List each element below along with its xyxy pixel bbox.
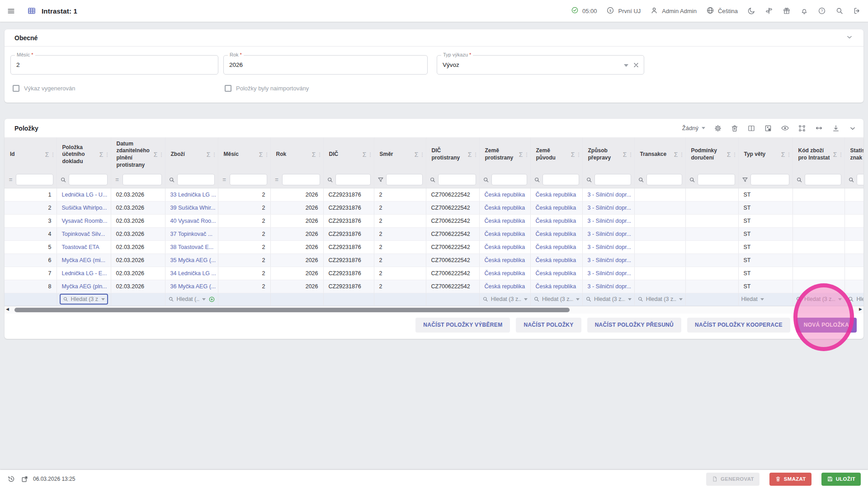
cell[interactable]: Lednička LG - U... [57,188,111,201]
sum-icon[interactable]: Σ [571,150,575,159]
logout-icon[interactable] [853,7,861,15]
filter-input[interactable] [805,174,841,185]
mesic-field[interactable]: Měsíc* 2 [10,55,218,75]
cell[interactable]: Česká republika [479,240,530,253]
filter-input[interactable] [698,174,735,185]
cell[interactable]: Česká republika [530,201,582,214]
column-header[interactable]: Země protistranyΣ⋮ [479,137,530,172]
action-button[interactable]: NOVÁ POLOŽKA [796,318,857,333]
action-button[interactable]: NAČÍST POLOŽKY KOOPERACE [687,318,790,333]
column-header[interactable]: Typ větyΣ⋮ [738,137,793,172]
checkbox-vykaz-vygenerovan[interactable]: Výkaz vygenerován [13,85,225,92]
search-combo[interactable]: Hledat (3 z... [482,296,528,302]
column-header[interactable]: RokΣ⋮ [270,137,323,172]
cell[interactable]: 38 Toastovač E... [165,240,218,253]
sum-icon[interactable]: Σ [45,150,49,159]
drag-handle-icon[interactable]: ⋮ [368,151,373,158]
table-row[interactable]: 5Toastovač ETA02.03.202638 Toastovač E..… [5,240,863,253]
chevron-down-icon[interactable] [845,33,854,43]
column-header[interactable]: Země původuΣ⋮ [530,137,582,172]
drag-handle-icon[interactable]: ⋮ [420,151,425,158]
sum-icon[interactable]: Σ [519,150,523,159]
drag-handle-icon[interactable]: ⋮ [473,151,478,158]
menu-icon[interactable] [7,7,15,15]
table-row[interactable]: 1Lednička LG - U...02.03.202633 Lednička… [5,188,863,201]
rok-value[interactable]: 2026 [229,61,422,68]
drag-handle-icon[interactable]: ⋮ [524,151,529,158]
sum-icon[interactable]: Σ [259,150,263,159]
visibility-eye-icon[interactable] [781,124,789,132]
column-header[interactable]: TransakceΣ⋮ [634,137,685,172]
drag-handle-icon[interactable]: ⋮ [839,151,844,158]
drag-handle-icon[interactable]: ⋮ [628,151,633,158]
table-row[interactable]: 7Lednička LG - E...02.03.202634 Lednička… [5,267,863,280]
language-selector[interactable]: Čeština [706,6,738,16]
cell[interactable]: 34 Lednička LG ... [165,267,218,280]
cell[interactable]: Česká republika [479,214,530,227]
filter-input[interactable] [230,174,267,185]
cell[interactable]: Lednička LG - E... [57,267,111,280]
checkbox-icon[interactable] [225,85,231,92]
cell[interactable]: Česká republika [530,227,582,240]
settings-gear-icon[interactable] [714,124,722,132]
sum-icon[interactable]: Σ [154,150,158,159]
signpost-icon[interactable] [765,7,773,15]
search-combo[interactable]: Hledat [741,296,790,302]
cell[interactable]: Česká republika [530,240,582,253]
cell[interactable]: Česká republika [530,280,582,293]
filter-input[interactable] [594,174,631,185]
cell[interactable]: 37 Topinkovač ... [165,227,218,240]
cell[interactable]: Česká republika [530,214,582,227]
sum-icon[interactable]: Σ [833,150,837,159]
scroll-left-icon[interactable]: ◀ [6,307,9,311]
cell[interactable]: Česká republika [479,201,530,214]
drag-handle-icon[interactable]: ⋮ [732,151,737,158]
sum-icon[interactable]: Σ [781,150,785,159]
column-header[interactable]: SměrΣ⋮ [374,137,426,172]
action-button[interactable]: NAČÍST POLOŽKY PŘESUNŮ [587,318,681,333]
funnel-filter-icon[interactable] [377,177,384,183]
cell[interactable]: 40 Vysavač Roo... [165,214,218,227]
cell[interactable]: 3 - Silniční dopr... [582,240,634,253]
column-header[interactable]: Podmínky doručeníΣ⋮ [685,137,738,172]
search-combo[interactable]: Hled... [848,296,864,302]
column-header[interactable]: Kód zboží pro IntrastatΣ⋮ [793,137,844,172]
column-header[interactable]: Datum zdanitelného plnění protistranyΣ⋮ [111,137,165,172]
history-icon[interactable] [7,475,15,483]
action-button[interactable]: NAČÍST POLOŽKY VÝBĚREM [415,318,510,333]
sum-icon[interactable]: Σ [312,150,316,159]
cell[interactable]: Česká republika [479,188,530,201]
ulozit-button[interactable]: ULOŽIT [821,473,861,486]
scrollbar-thumb[interactable] [14,308,570,312]
restore-trash-icon[interactable] [731,124,739,132]
mesic-value[interactable]: 2 [16,61,212,68]
cell[interactable]: 33 Lednička LG ... [165,188,218,201]
scroll-right-icon[interactable]: ▶ [859,307,862,311]
funnel-filter-icon[interactable] [742,177,748,183]
collapse-chevron-icon[interactable] [849,124,857,132]
column-header[interactable]: MěsícΣ⋮ [218,137,270,172]
filter-input[interactable] [16,174,53,185]
rok-field[interactable]: Rok* 2026 [223,55,428,75]
search-combo[interactable]: Hledat (3 z... [533,296,580,302]
cell[interactable]: 36 Myčka AEG (... [165,280,218,293]
dark-mode-icon[interactable] [747,7,755,15]
sum-icon[interactable]: Σ [99,150,104,159]
cell[interactable]: 3 - Silniční dopr... [582,280,634,293]
checkbox-polozky-naimportovany[interactable]: Položky byly naimportovány [225,85,309,92]
filter-input[interactable] [123,174,162,185]
obecne-header[interactable]: Obecné [5,29,863,47]
table-row[interactable]: 2Sušička Whirlpo...02.03.202639 Sušička … [5,201,863,214]
sum-icon[interactable]: Σ [363,150,367,159]
filter-input[interactable] [282,174,320,185]
generovat-button[interactable]: GENEROVAT [706,473,760,486]
download-icon[interactable] [832,124,840,132]
cell[interactable]: Česká republika [479,227,530,240]
search-combo[interactable]: Hledat (3 z... [796,296,842,302]
cell[interactable]: Myčka AEG (mi... [57,253,111,267]
cell[interactable]: 39 Sušička Whir... [165,201,218,214]
cell[interactable]: Vysavač Roomb... [57,214,111,227]
drag-handle-icon[interactable]: ⋮ [212,151,217,158]
search-icon[interactable] [835,7,844,15]
filter-input[interactable] [491,174,527,185]
